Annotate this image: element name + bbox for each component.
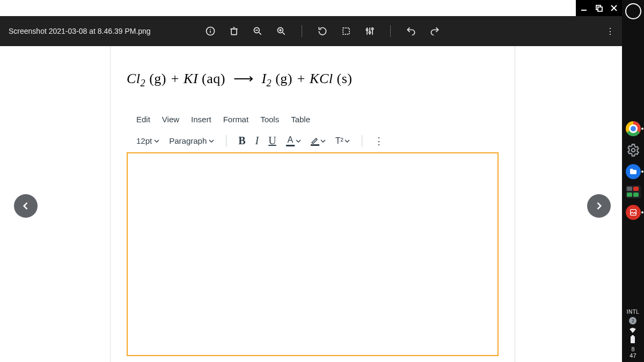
svg-point-23 — [369, 32, 370, 33]
filename-label: Screenshot 2021-03-08 at 8.46.39 PM.png — [0, 27, 151, 35]
svg-rect-18 — [343, 28, 349, 34]
clock: 8 47 — [630, 346, 636, 359]
svg-line-12 — [259, 33, 261, 35]
menu-insert[interactable]: Insert — [191, 115, 211, 124]
toolbar-separator — [226, 135, 226, 147]
adjust-icon[interactable] — [363, 25, 376, 38]
eq-state: (s) — [336, 71, 352, 86]
svg-rect-26 — [630, 210, 636, 216]
launcher-button[interactable] — [625, 3, 641, 19]
editor-more-button[interactable]: ⋮ — [374, 135, 384, 147]
extension-icon[interactable] — [626, 186, 641, 198]
info-icon[interactable] — [204, 25, 217, 38]
clock-hour: 8 — [630, 346, 636, 352]
redo-icon[interactable] — [428, 25, 441, 38]
rotate-icon[interactable] — [316, 25, 329, 38]
shelf-apps — [626, 121, 641, 220]
eq-cl: Cl — [127, 71, 141, 86]
svg-rect-2 — [598, 7, 602, 11]
window-controls — [576, 0, 622, 16]
font-size-dropdown[interactable]: 12pt — [136, 136, 159, 145]
maximize-icon[interactable] — [595, 4, 603, 12]
menu-tools[interactable]: Tools — [260, 115, 279, 124]
arrow-icon: ⟶ — [229, 71, 258, 86]
italic-button[interactable]: I — [255, 135, 259, 147]
files-icon[interactable] — [626, 164, 641, 179]
highlight-button[interactable] — [311, 136, 326, 146]
shelf: INTL 2 8 47 — [622, 0, 644, 362]
ime-indicator[interactable]: INTL — [627, 309, 640, 315]
menu-format[interactable]: Format — [223, 115, 249, 124]
chevron-down-icon — [209, 138, 214, 144]
notification-badge[interactable]: 2 — [629, 317, 636, 324]
eq-sub: 2 — [141, 78, 146, 88]
eq-plus: + — [296, 71, 310, 86]
wifi-icon — [629, 327, 636, 333]
svg-point-22 — [366, 29, 368, 31]
toolbar-separator — [390, 25, 391, 37]
chevron-down-icon — [296, 138, 301, 144]
eq-state: (aq) — [202, 71, 225, 86]
block-format-value: Paragraph — [169, 136, 207, 145]
shelf-status[interactable]: INTL 2 8 47 — [627, 309, 640, 359]
svg-point-24 — [371, 28, 373, 29]
svg-rect-27 — [631, 336, 635, 343]
eq-state: (g) — [149, 71, 166, 86]
more-icon[interactable]: ⋮ — [606, 16, 614, 46]
eq-i: I — [261, 71, 266, 86]
menu-edit[interactable]: Edit — [136, 115, 150, 124]
svg-line-15 — [283, 33, 285, 35]
font-size-value: 12pt — [136, 136, 152, 145]
editor-menubar: Edit View Insert Format Tools Table — [111, 105, 515, 130]
eq-ki: KI — [184, 71, 198, 86]
viewer-tools — [204, 16, 441, 46]
chevron-down-icon — [154, 138, 159, 144]
toolbar-separator — [302, 25, 302, 37]
undo-icon[interactable] — [405, 25, 418, 38]
editor-toolbar: 12pt Paragraph B I U A — [111, 130, 515, 152]
equation: Cl2 (g) + KI (aq) ⟶ I2 (g) + KCl (s) — [111, 46, 515, 105]
close-icon[interactable] — [610, 4, 618, 12]
highlighter-icon — [311, 136, 319, 144]
page: Cl2 (g) + KI (aq) ⟶ I2 (g) + KCl (s) Edi… — [110, 46, 515, 362]
zoom-in-icon[interactable] — [275, 25, 288, 38]
settings-icon[interactable] — [626, 143, 641, 158]
svg-point-7 — [210, 29, 211, 30]
prev-image-button[interactable] — [14, 194, 38, 218]
chevron-down-icon — [320, 138, 326, 144]
block-format-dropdown[interactable]: Paragraph — [169, 136, 214, 145]
clock-minute: 47 — [630, 352, 636, 359]
battery-icon — [630, 335, 635, 344]
eq-kcl: KCl — [310, 71, 333, 86]
editor-body[interactable] — [127, 152, 499, 356]
viewer-content: Cl2 (g) + KI (aq) ⟶ I2 (g) + KCl (s) Edi… — [0, 46, 622, 362]
viewer-bar: Screenshot 2021-03-08 at 8.46.39 PM.png — [0, 16, 622, 46]
superscript-glyph: T² — [335, 136, 343, 146]
underline-button[interactable]: U — [268, 135, 276, 147]
superscript-button[interactable]: T² — [335, 136, 350, 146]
svg-rect-28 — [632, 335, 634, 336]
gallery-icon[interactable] — [626, 205, 641, 220]
menu-view[interactable]: View — [162, 115, 179, 124]
chevron-down-icon — [345, 138, 350, 144]
eq-state: (g) — [275, 71, 292, 86]
menu-table[interactable]: Table — [291, 115, 310, 124]
zoom-out-icon[interactable] — [251, 25, 264, 38]
crop-icon[interactable] — [340, 25, 353, 38]
text-color-button[interactable]: A — [286, 136, 301, 146]
chrome-icon[interactable] — [626, 121, 641, 136]
svg-point-25 — [631, 149, 635, 152]
eq-sub: 2 — [267, 78, 272, 88]
delete-icon[interactable] — [228, 25, 240, 38]
text-color-glyph: A — [287, 136, 293, 144]
bold-button[interactable]: B — [238, 135, 245, 147]
svg-rect-8 — [231, 29, 237, 35]
toolbar-separator — [362, 135, 362, 147]
eq-plus: + — [170, 71, 184, 86]
minimize-icon[interactable] — [580, 4, 588, 12]
next-image-button[interactable] — [587, 194, 611, 218]
